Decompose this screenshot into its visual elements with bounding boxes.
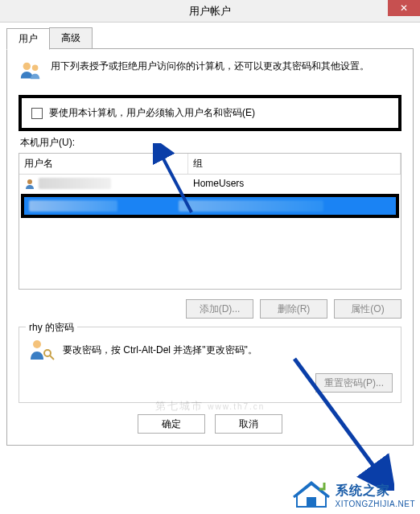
properties-button[interactable]: 属性(O) [334, 299, 401, 319]
tab-advanced[interactable]: 高级 [49, 27, 93, 49]
require-login-checkbox[interactable] [31, 108, 43, 119]
password-row: 要改密码，按 Ctrl-Alt-Del 并选择"更改密码"。 [27, 335, 393, 365]
user-key-icon [27, 335, 55, 365]
brand-url: XITONGZHIJIA.NET [336, 500, 416, 508]
group-blurred [179, 200, 323, 212]
tab-users[interactable]: 用户 [6, 28, 50, 50]
tab-content-users: 用下列表授予或拒绝用户访问你的计算机，还可以更改其密码和其他设置。 要使用本计算… [6, 48, 414, 446]
window-title: 用户帐户 [0, 4, 420, 19]
table-row[interactable]: HomeUsers [19, 175, 401, 192]
brand-watermark: 系统之家 XITONGZHIJIA.NET [292, 479, 416, 511]
svg-point-0 [23, 63, 31, 70]
svg-rect-7 [307, 497, 316, 507]
table-row[interactable] [24, 197, 396, 215]
close-button[interactable]: ✕ [388, 0, 420, 16]
column-group[interactable]: 组 [188, 154, 401, 174]
titlebar: 用户帐户 ✕ [0, 0, 420, 23]
tab-strip: 用户 高级 [6, 27, 414, 49]
require-login-label: 要使用本计算机，用户必须输入用户名和密码(E) [49, 106, 255, 120]
selected-row-highlight [21, 194, 399, 218]
add-button[interactable]: 添加(D)... [186, 299, 253, 319]
user-list[interactable]: 用户名 组 HomeUsers [19, 153, 401, 290]
cancel-button[interactable]: 取消 [215, 414, 282, 434]
column-username[interactable]: 用户名 [19, 154, 188, 174]
ok-button[interactable]: 确定 [138, 414, 205, 434]
intro-row: 用下列表授予或拒绝用户访问你的计算机，还可以更改其密码和其他设置。 [19, 59, 401, 85]
intro-text: 用下列表授予或拒绝用户访问你的计算机，还可以更改其密码和其他设置。 [51, 59, 401, 73]
password-legend: rhy 的密码 [26, 321, 77, 335]
brand-name: 系统之家 [336, 483, 416, 500]
svg-point-2 [27, 179, 32, 184]
dialog-body: 用户 高级 用下列表授予或拒绝用户访问你的计算机，还可以更改其密码和其他设置。 … [0, 23, 420, 452]
dialog-bottom-buttons: 确定 取消 [19, 414, 401, 434]
user-action-buttons: 添加(D)... 删除(R) 属性(O) [19, 299, 401, 319]
svg-point-4 [44, 350, 51, 356]
svg-point-3 [33, 340, 41, 348]
remove-button[interactable]: 删除(R) [260, 299, 327, 319]
group-cell: HomeUsers [188, 176, 401, 191]
reset-password-button[interactable]: 重置密码(P)... [315, 373, 393, 393]
require-login-row: 要使用本计算机，用户必须输入用户名和密码(E) [19, 95, 401, 131]
password-text: 要改密码，按 Ctrl-Alt-Del 并选择"更改密码"。 [63, 343, 257, 357]
house-icon [292, 479, 331, 511]
username-blurred [29, 200, 117, 212]
svg-point-1 [32, 65, 39, 72]
password-fieldset: rhy 的密码 要改密码，按 Ctrl-Alt-Del 并选择"更改密码"。 重… [19, 327, 401, 403]
username-blurred [39, 178, 111, 189]
users-section-label: 本机用户(U): [20, 136, 401, 150]
users-icon [19, 59, 43, 85]
list-header: 用户名 组 [19, 154, 401, 175]
user-icon [24, 178, 35, 189]
